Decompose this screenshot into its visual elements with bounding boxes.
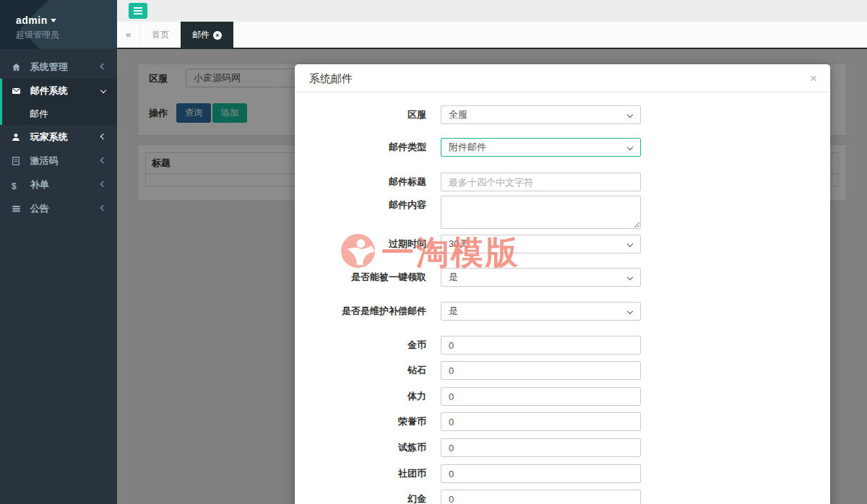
user-icon (12, 133, 22, 142)
field-label-mail-title: 邮件标题 (295, 173, 426, 191)
user-role: 超级管理员 (16, 29, 59, 41)
chevron-left-icon (100, 157, 106, 163)
chevron-down-icon (627, 112, 633, 118)
select-value: 是 (449, 271, 458, 282)
field-label-one-key-claim: 是否能被一键领取 (295, 268, 426, 287)
topbar (117, 0, 867, 22)
modal-title: 系统邮件 (309, 64, 353, 92)
diamond-input[interactable] (441, 361, 641, 380)
magic-gold-input[interactable] (441, 490, 641, 504)
sidebar-item-announcement[interactable]: 公告 (0, 196, 117, 220)
tab-mail[interactable]: 邮件× (181, 22, 233, 49)
chevron-down-icon (627, 241, 633, 247)
select-value: 附件邮件 (449, 142, 486, 152)
sidebar-item-reissue[interactable]: $ 补单 (0, 173, 117, 196)
admin-app: admin 超级管理员 系统管理 邮件系统 邮件 (0, 0, 867, 504)
sidebar-item-label: 系统管理 (30, 61, 68, 72)
sidebar-item-mail[interactable]: 邮件 (2, 103, 117, 125)
field-label-diamond: 钻石 (295, 361, 426, 380)
modal-header: 系统邮件 × (295, 64, 830, 92)
server-scope-select[interactable]: 全服 (441, 105, 641, 124)
guild-coin-input[interactable] (441, 464, 641, 483)
sidebar-toggle-button[interactable] (129, 3, 147, 19)
expiry-select[interactable]: 30天 (441, 235, 641, 253)
field-label-stamina: 体力 (295, 387, 426, 406)
sidebar-item-label: 邮件系统 (30, 85, 68, 96)
select-value: 是 (449, 305, 458, 316)
tab-label: 邮件 (192, 30, 210, 40)
field-label-expiry: 过期时间 (295, 235, 426, 253)
field-label-trial-coin: 试炼币 (295, 438, 426, 457)
mail-title-input[interactable] (441, 173, 641, 191)
sidebar-group-mail: 邮件系统 邮件 (0, 79, 117, 125)
sidebar-item-player[interactable]: 玩家系统 (0, 125, 117, 149)
mail-type-select[interactable]: 附件邮件 (441, 138, 641, 157)
envelope-icon (12, 87, 22, 95)
maintenance-mail-select[interactable]: 是 (441, 302, 641, 321)
hamburger-icon (134, 10, 142, 12)
trial-coin-input[interactable] (441, 438, 641, 457)
tab-close-icon[interactable]: × (213, 31, 222, 40)
honor-coin-input[interactable] (441, 412, 641, 431)
sidebar: admin 超级管理员 系统管理 邮件系统 邮件 (0, 0, 117, 504)
field-label-mail-type: 邮件类型 (295, 138, 426, 157)
select-value: 30天 (449, 238, 468, 249)
chevron-down-icon (627, 144, 633, 150)
field-label-magic-gold: 幻金 (295, 490, 426, 504)
field-label-guild-coin: 社团币 (295, 464, 426, 483)
tab-home[interactable]: 首页 (140, 22, 181, 49)
field-label-maintenance-mail: 是否是维护补偿邮件 (295, 302, 426, 321)
tabbar: « 首页 邮件× (117, 22, 867, 49)
field-label-honor-coin: 荣誉币 (295, 412, 426, 431)
caret-down-icon (51, 19, 56, 22)
modal-close-button[interactable]: × (810, 64, 817, 92)
user-menu[interactable]: admin (16, 14, 56, 26)
sidebar-item-mail-system[interactable]: 邮件系统 (2, 79, 117, 103)
home-icon (12, 63, 22, 71)
sidebar-item-label: 公告 (30, 203, 49, 214)
dollar-icon: $ (12, 175, 22, 199)
list-icon (12, 204, 22, 213)
sidebar-item-activation-code[interactable]: 激活码 (0, 149, 117, 173)
user-name: admin (16, 14, 48, 26)
sidebar-item-system[interactable]: 系统管理 (0, 55, 117, 79)
chevron-down-icon (100, 87, 106, 93)
chevron-left-icon (100, 134, 106, 139)
mail-content-textarea[interactable] (441, 196, 641, 229)
field-label-server: 区服 (295, 105, 426, 124)
sidebar-item-label: 补单 (30, 179, 49, 190)
chevron-left-icon (100, 181, 106, 187)
sidebar-item-label: 玩家系统 (30, 131, 68, 142)
select-value: 全服 (449, 109, 467, 120)
tabs-collapse-button[interactable]: « (117, 22, 140, 48)
system-mail-modal: 系统邮件 × 区服 全服 邮件类型 附件邮件 邮件标题 邮件内容 (295, 64, 830, 504)
chevron-left-icon (100, 64, 106, 69)
chevron-down-icon (627, 308, 633, 314)
chevron-left-icon (100, 205, 106, 211)
document-icon (12, 157, 22, 165)
sidebar-menu: 系统管理 邮件系统 邮件 玩家系统 (0, 55, 117, 220)
gold-input[interactable] (441, 336, 641, 355)
user-panel: admin 超级管理员 (0, 0, 117, 49)
chevron-down-icon (627, 274, 633, 280)
field-label-gold: 金币 (295, 336, 426, 355)
one-key-claim-select[interactable]: 是 (441, 268, 641, 287)
field-label-mail-content: 邮件内容 (295, 196, 426, 214)
sidebar-item-label: 激活码 (30, 155, 59, 166)
stamina-input[interactable] (441, 387, 641, 406)
